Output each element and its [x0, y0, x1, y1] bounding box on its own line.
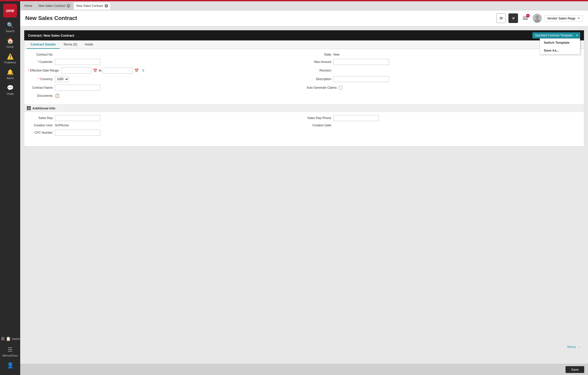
- tab-2[interactable]: New Sales Contract ✕: [74, 2, 111, 10]
- close-page-button[interactable]: ✕: [508, 13, 518, 23]
- sidebar-item-search[interactable]: 🔍 Search: [0, 19, 20, 35]
- date-extra-button[interactable]: ⇅: [140, 68, 146, 73]
- sidebar: one 🔍 Search 🏠 Home ⚠️ Problems 🔔 Alerts…: [0, 1, 20, 375]
- switch-template-item[interactable]: Switch Template: [540, 39, 580, 46]
- bell-icon: 🔔: [7, 69, 14, 76]
- switch-icon-1: 🖥: [0, 336, 5, 341]
- cpc-number-input[interactable]: [55, 130, 100, 136]
- content-area: Home New Sales Contract ✕ New Sales Cont…: [20, 1, 588, 375]
- description-label: Description:: [307, 77, 332, 81]
- terms-arrow-icon: →: [577, 345, 580, 349]
- sidebar-item-menus[interactable]: ☰ Menus/Favs: [0, 344, 20, 360]
- template-dropdown-menu: Switch Template Save As...: [540, 38, 580, 55]
- additional-info-section-header[interactable]: ▲ Additional Info: [24, 104, 584, 112]
- date-end-input[interactable]: [103, 67, 133, 74]
- menu-icon: ☰: [8, 346, 13, 353]
- chat-icon: 💬: [7, 85, 14, 91]
- date-range-group: 📅 to 📅 ⇅: [61, 67, 146, 74]
- tab-1[interactable]: New Sales Contract ✕: [36, 2, 73, 10]
- auto-generate-label: Auto Generate Claims:: [307, 86, 337, 89]
- user-name: Vendor Sales Repp: [547, 16, 575, 20]
- contract-panel: Contract: New Sales Contract Standard Co…: [24, 30, 584, 147]
- form-col-contract-name: Contract Name:: [28, 85, 302, 91]
- form-col-max-amount: Max Amount:: [307, 59, 580, 65]
- state-label: State:: [307, 53, 332, 56]
- save-button[interactable]: Save: [566, 366, 584, 373]
- additional-row-3: CPC Number:: [28, 130, 580, 136]
- form-col-description: Description:: [307, 76, 580, 82]
- template-dropdown-button[interactable]: Standard Contract Template: [532, 32, 580, 38]
- tab-label: New Sales Contract: [76, 4, 103, 8]
- tab-holds[interactable]: Holds: [81, 40, 97, 49]
- save-as-item[interactable]: Save As...: [540, 46, 580, 54]
- form-row-1: Contract No: State: New: [28, 53, 580, 56]
- sidebar-item-problems[interactable]: ⚠️ Problems: [0, 51, 20, 66]
- tab-close-button[interactable]: ✕: [67, 4, 70, 8]
- contract-panel-header: Contract: New Sales Contract Standard Co…: [24, 30, 584, 40]
- form-col-customer: Customer:: [28, 59, 302, 65]
- form-row-5: Contract Name: Auto Generate Claims:: [28, 85, 580, 91]
- page-title: New Sales Contract: [25, 15, 77, 21]
- form-row-6: Documents: 📋: [28, 93, 580, 98]
- date-start-calendar-button[interactable]: 📅: [92, 68, 98, 73]
- documents-button[interactable]: 📋: [55, 93, 60, 98]
- tab-contract-details[interactable]: Contract Details: [27, 40, 60, 49]
- currency-select[interactable]: USD: [55, 76, 69, 82]
- form-body: Contract No: State: New Customer:: [24, 49, 584, 104]
- sidebar-item-label: Search: [6, 30, 15, 33]
- sidebar-item-home[interactable]: 🏠 Home: [0, 35, 20, 51]
- tab-label: Holds: [85, 42, 93, 46]
- form-col-cpc-number: CPC Number:: [28, 130, 302, 136]
- max-amount-label: Max Amount:: [307, 60, 332, 64]
- additional-info-title: Additional Info: [32, 106, 55, 110]
- chevron-down-icon: ▼: [577, 17, 580, 20]
- sidebar-item-chats[interactable]: 💬 Chats: [0, 82, 20, 98]
- currency-label: Currency:: [28, 77, 53, 81]
- sales-rep-phone-label: Sales Rep Phone:: [307, 116, 332, 120]
- tab-close-button[interactable]: ✕: [105, 4, 108, 8]
- creation-user-label: Creation User:: [28, 124, 53, 127]
- form-col-sales-rep: Sales Rep:: [28, 115, 302, 121]
- creation-user-value: SUP6User: [55, 124, 69, 127]
- customer-input[interactable]: [55, 59, 100, 65]
- effective-date-label: Effective Date Range:: [28, 69, 60, 72]
- sidebar-item-switch[interactable]: 🖥 📋 Switch: [0, 334, 20, 344]
- form-row-3: Effective Date Range: 📅 to 📅 ⇅: [28, 67, 580, 74]
- form-col-currency: Currency: USD: [28, 76, 302, 82]
- tab-label: Home: [24, 4, 32, 8]
- form-row-2: Customer: Max Amount:: [28, 59, 580, 65]
- home-icon: 🏠: [7, 38, 14, 44]
- user-avatar: [533, 14, 542, 23]
- sales-rep-phone-input[interactable]: [333, 115, 379, 121]
- sidebar-item-label: Problems: [4, 61, 16, 64]
- menu-button[interactable]: ★: [521, 13, 530, 23]
- form-col-revision: Revision:: [307, 69, 580, 72]
- tab-bar: Home New Sales Contract ✕ New Sales Cont…: [20, 1, 588, 10]
- tab-label: Contract Details: [31, 42, 56, 46]
- avatar-icon: 👤: [7, 362, 14, 369]
- sidebar-item-label: Switch: [12, 337, 20, 340]
- sidebar-item-label: Alerts: [7, 77, 14, 80]
- bottom-bar: Save: [20, 364, 588, 375]
- contract-name-input[interactable]: [55, 85, 100, 91]
- max-amount-input[interactable]: [333, 59, 389, 65]
- description-input[interactable]: [333, 76, 389, 82]
- sidebar-item-alerts[interactable]: 🔔 Alerts: [0, 66, 20, 82]
- sales-rep-label: Sales Rep:: [28, 116, 53, 120]
- sales-rep-input[interactable]: [55, 115, 100, 121]
- date-start-input[interactable]: [61, 67, 91, 74]
- content-spacer: [24, 147, 584, 222]
- sidebar-item-user-avatar[interactable]: 👤: [0, 360, 20, 371]
- tab-terms[interactable]: Terms (0): [60, 40, 81, 49]
- date-end-calendar-button[interactable]: 📅: [134, 68, 139, 73]
- refresh-button[interactable]: ⟳: [496, 13, 506, 23]
- terms-link[interactable]: Terms →: [567, 345, 580, 349]
- page-header: New Sales Contract ⟳ ✕ ★: [20, 10, 588, 26]
- svg-point-1: [535, 15, 539, 19]
- sidebar-item-label: Menus/Favs: [3, 354, 18, 357]
- tab-home[interactable]: Home: [21, 2, 35, 10]
- auto-generate-checkbox[interactable]: [339, 86, 342, 89]
- user-selector-dropdown[interactable]: Vendor Sales Repp ▼: [544, 15, 583, 21]
- form-col-contract-no: Contract No:: [28, 53, 302, 56]
- sidebar-bottom: 🖥 📋 Switch ☰ Menus/Favs 👤: [0, 334, 20, 375]
